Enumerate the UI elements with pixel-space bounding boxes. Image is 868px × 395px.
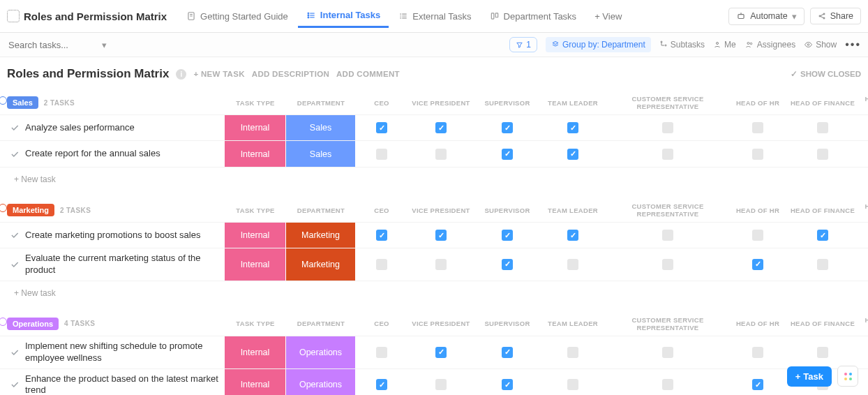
role-checkbox[interactable] (752, 149, 763, 160)
complete-check-icon[interactable] (10, 380, 20, 389)
tab-internal-tasks[interactable]: Internal Tasks (298, 4, 389, 28)
role-checkbox[interactable]: ✓ (502, 230, 513, 241)
column-header[interactable]: HEAD OF FINANCE (786, 320, 860, 327)
add-task-row[interactable]: + New task (0, 167, 868, 191)
assignees-filter[interactable]: Assignees (744, 40, 795, 50)
column-header[interactable]: TASK TYPE (225, 207, 286, 214)
role-checkbox[interactable] (567, 347, 578, 358)
column-header[interactable]: CEO (356, 99, 407, 107)
column-header[interactable]: CEO (356, 320, 407, 327)
role-checkbox[interactable]: ✓ (502, 122, 513, 133)
tab-getting-started[interactable]: Getting Started Guide (178, 4, 297, 28)
task-type-tag[interactable]: Internal (225, 223, 286, 248)
column-header[interactable]: CEO (356, 207, 407, 214)
role-checkbox[interactable] (376, 149, 387, 160)
info-icon[interactable]: i (176, 69, 186, 80)
column-header[interactable]: TASK TYPE (225, 320, 286, 327)
role-checkbox[interactable] (376, 259, 387, 270)
section-badge[interactable]: Sales (7, 96, 38, 109)
role-checkbox[interactable] (376, 347, 387, 358)
me-filter[interactable]: Me (713, 40, 736, 50)
complete-check-icon[interactable] (10, 348, 20, 357)
role-checkbox[interactable]: ✓ (567, 122, 578, 133)
tab-department-tasks[interactable]: Department Tasks (481, 4, 585, 28)
role-checkbox[interactable]: ✓ (376, 122, 387, 133)
section-badge[interactable]: Marketing (7, 204, 54, 216)
department-tag[interactable]: Marketing (286, 223, 356, 248)
task-type-tag[interactable]: Internal (225, 248, 286, 281)
role-checkbox[interactable]: ✓ (817, 230, 828, 241)
task-name[interactable]: Enhance the product based on the latest … (25, 373, 220, 395)
table-row[interactable]: Create report for the annual salesIntern… (0, 141, 868, 167)
column-header[interactable]: HEAD OF HR (730, 207, 786, 214)
workspace-icon[interactable] (7, 10, 20, 22)
column-header[interactable]: SUPERVISOR (474, 99, 540, 107)
department-tag[interactable]: Sales (286, 115, 356, 140)
new-task-action[interactable]: + NEW TASK (193, 70, 244, 78)
role-checkbox[interactable] (752, 122, 763, 133)
group-by[interactable]: Group by: Department (546, 37, 651, 52)
add-description-action[interactable]: ADD DESCRIPTION (252, 70, 329, 78)
role-checkbox[interactable]: ✓ (376, 379, 387, 390)
column-header[interactable]: HEAD OF FINANCE (786, 99, 860, 107)
role-checkbox[interactable] (817, 259, 828, 270)
department-tag[interactable]: Sales (286, 141, 356, 167)
role-checkbox[interactable] (435, 149, 447, 160)
role-checkbox[interactable]: ✓ (435, 122, 447, 133)
role-checkbox[interactable] (567, 379, 578, 390)
role-checkbox[interactable] (752, 347, 763, 358)
task-name[interactable]: Analyze sales performance (25, 122, 135, 134)
column-header[interactable]: TEAM LEADER (540, 99, 606, 107)
role-checkbox[interactable]: ✓ (435, 230, 447, 241)
role-checkbox[interactable] (662, 149, 673, 160)
role-checkbox[interactable]: ✓ (567, 149, 578, 160)
column-header[interactable]: VICE PRESIDENT (407, 320, 474, 327)
column-header[interactable]: HEAD OF SA (860, 95, 868, 110)
column-header[interactable]: HEAD OF SA (860, 202, 868, 218)
subtasks-toggle[interactable]: Subtasks (659, 40, 705, 50)
role-checkbox[interactable] (662, 347, 673, 358)
role-checkbox[interactable]: ✓ (502, 259, 513, 270)
column-header[interactable]: DEPARTMENT (286, 320, 356, 327)
tab-external-tasks[interactable]: External Tasks (390, 4, 479, 28)
role-checkbox[interactable] (662, 230, 673, 241)
role-checkbox[interactable] (817, 149, 828, 160)
role-checkbox[interactable] (435, 259, 447, 270)
column-header[interactable]: HEAD OF HR (730, 99, 786, 107)
role-checkbox[interactable] (435, 379, 447, 390)
role-checkbox[interactable] (752, 230, 763, 241)
show-menu[interactable]: Show (804, 40, 837, 50)
apps-button[interactable] (837, 366, 858, 387)
search-input[interactable] (7, 39, 98, 51)
complete-check-icon[interactable] (10, 260, 20, 269)
role-checkbox[interactable]: ✓ (752, 379, 763, 390)
add-comment-action[interactable]: ADD COMMENT (336, 70, 400, 78)
role-checkbox[interactable]: ✓ (502, 149, 513, 160)
add-view[interactable]: + View (586, 4, 630, 28)
task-type-tag[interactable]: Internal (225, 115, 286, 140)
role-checkbox[interactable] (817, 122, 828, 133)
column-header[interactable]: TEAM LEADER (540, 320, 606, 327)
column-header[interactable]: TASK TYPE (225, 99, 286, 107)
role-checkbox[interactable]: ✓ (752, 259, 763, 270)
automate-button[interactable]: Automate ▾ (728, 8, 805, 25)
column-header[interactable]: DEPARTMENT (286, 207, 356, 214)
role-checkbox[interactable] (567, 259, 578, 270)
column-header[interactable]: VICE PRESIDENT (407, 207, 474, 214)
task-name[interactable]: Evaluate the current marketing status of… (25, 253, 220, 276)
role-checkbox[interactable] (817, 347, 828, 358)
column-header[interactable]: CUSTOMER SERVICE REPRESENTATIVE (606, 95, 730, 110)
task-type-tag[interactable]: Internal (225, 336, 286, 368)
department-tag[interactable]: Operations (286, 369, 356, 395)
column-header[interactable]: CUSTOMER SERVICE REPRESENTATIVE (606, 202, 730, 218)
show-closed-toggle[interactable]: ✓ SHOW CLOSED (791, 69, 861, 79)
column-header[interactable]: TEAM LEADER (540, 207, 606, 214)
table-row[interactable]: Enhance the product based on the latest … (0, 369, 868, 395)
section-badge[interactable]: Operations (7, 318, 59, 330)
table-row[interactable]: Analyze sales performanceInternalSales✓✓… (0, 114, 868, 141)
table-row[interactable]: Create marketing promotions to boost sal… (0, 222, 868, 248)
role-checkbox[interactable]: ✓ (567, 230, 578, 241)
column-header[interactable]: DEPARTMENT (286, 99, 356, 107)
task-type-tag[interactable]: Internal (225, 141, 286, 167)
column-header[interactable]: SUPERVISOR (474, 207, 540, 214)
